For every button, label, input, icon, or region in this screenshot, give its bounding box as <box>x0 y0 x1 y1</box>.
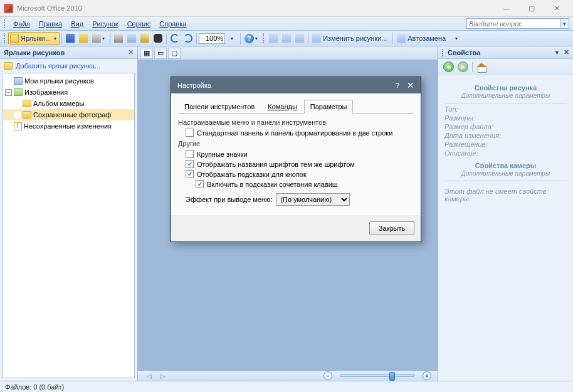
view-thumbnails-button[interactable]: ▦ <box>140 48 153 59</box>
toolbar-handle-2[interactable] <box>263 33 265 43</box>
edit-pictures-text: Изменить рисунки... <box>321 34 389 42</box>
section-picture-extra-link[interactable]: Дополнительные параметры <box>444 92 567 99</box>
tree-item-saved[interactable]: Сохраненные фотограф <box>3 109 134 120</box>
tree-expand-blank <box>14 112 21 119</box>
autoreplace-icon <box>397 34 406 43</box>
close-properties-button[interactable]: ✕ <box>564 48 569 56</box>
ask-question-input[interactable] <box>466 18 560 29</box>
props-handle[interactable] <box>442 49 444 56</box>
dialog-tabs: Панели инструментов Команды Параметры <box>178 99 414 114</box>
undo-button[interactable] <box>169 32 181 45</box>
tab-parameters[interactable]: Параметры <box>304 100 354 114</box>
menu-view[interactable]: Вид <box>66 19 88 29</box>
tree-item-my-labels[interactable]: Мои ярлыки рисунков <box>3 75 134 87</box>
help-button[interactable]: ?▾ <box>243 32 261 45</box>
nav-forward-button[interactable]: ► <box>458 61 468 72</box>
view-single-button[interactable]: ▢ <box>168 48 181 59</box>
tool-button-1[interactable] <box>267 32 280 45</box>
tree-item-images[interactable]: − Изображения <box>3 87 134 98</box>
separator <box>196 33 197 44</box>
menu-picture[interactable]: Рисунок <box>88 19 123 29</box>
status-text: Файлов: 0 (0 байт) <box>5 383 64 391</box>
tool-icon <box>269 34 278 43</box>
menu-file[interactable]: Файл <box>9 19 34 29</box>
prop-date: Дата изменения: <box>444 132 567 139</box>
divider <box>444 103 567 103</box>
checkbox-two-rows[interactable]: Стандартная панель и панель форматирован… <box>186 129 414 137</box>
separator <box>166 33 167 44</box>
properties-dropdown[interactable]: ▼ <box>554 50 560 56</box>
home-icon[interactable] <box>476 63 486 72</box>
zoom-out-button[interactable]: − <box>323 371 332 380</box>
chevron-down-icon: ▾ <box>454 36 459 41</box>
shortcuts-tree: Мои ярлыки рисунков − Изображения Альбом… <box>3 73 135 378</box>
cut-button[interactable] <box>112 32 125 45</box>
tool-button-3[interactable] <box>293 32 306 45</box>
print-icon <box>92 34 101 43</box>
view-filmstrip-button[interactable]: ▭ <box>154 48 167 59</box>
close-left-pane-button[interactable]: ✕ <box>128 48 134 56</box>
mail-button[interactable] <box>77 32 90 45</box>
paste-button[interactable] <box>139 32 151 45</box>
prop-desc: Описание: <box>444 149 567 157</box>
copy-button[interactable] <box>125 32 138 45</box>
close-button[interactable]: Закрыть <box>369 221 414 235</box>
toolbar-overflow[interactable]: ▾ <box>450 32 463 45</box>
close-window-button[interactable]: ✕ <box>544 2 569 14</box>
menu-edit[interactable]: Правка <box>34 19 66 29</box>
tool-button-2[interactable] <box>280 32 293 45</box>
labels-button[interactable]: Ярлыки... ▾ <box>8 32 60 45</box>
section-picture-title: Свойства рисунка <box>444 84 567 92</box>
menu-help[interactable]: Справка <box>155 19 191 29</box>
checkbox-shortcuts[interactable]: Включить в подсказки сочетания клавиш <box>196 180 414 188</box>
menu-service[interactable]: Сервис <box>123 19 155 29</box>
add-shortcut-link[interactable]: Добавить ярлык рисунка... <box>0 59 137 73</box>
dialog-help-button[interactable]: ? <box>396 82 399 89</box>
menu-effect-select[interactable]: (По умолчанию) <box>276 193 350 206</box>
tree-collapse-button[interactable]: − <box>5 89 12 96</box>
delete-button[interactable] <box>152 32 164 45</box>
my-labels-icon <box>14 77 23 85</box>
tab-toolbars[interactable]: Панели инструментов <box>178 100 261 114</box>
section-camera-extra-link[interactable]: Дополнительные параметры <box>444 170 567 177</box>
delete-icon <box>154 34 162 43</box>
print-button[interactable]: ▾ <box>90 32 108 45</box>
tab-commands[interactable]: Команды <box>261 100 303 114</box>
redo-button[interactable] <box>182 32 194 45</box>
tree-item-camera[interactable]: Альбом камеры <box>3 98 134 109</box>
app-icon <box>4 4 13 13</box>
prop-type: Тип: <box>444 105 567 113</box>
checkbox-font-names[interactable]: Отображать названия шрифтов тем же шрифт… <box>186 160 414 168</box>
tree-item-unsaved[interactable]: Несохраненные изменения <box>3 120 134 132</box>
menubar-handle[interactable] <box>4 19 6 28</box>
ask-question-dropdown[interactable]: ▾ <box>560 18 569 29</box>
zoom-in-button[interactable]: + <box>423 371 431 380</box>
menu-bar: Файл Правка Вид Рисунок Сервис Справка ▾ <box>0 17 573 31</box>
zoom-input[interactable] <box>199 33 225 44</box>
properties-body: Свойства рисунка Дополнительные параметр… <box>438 75 573 381</box>
save-icon <box>66 34 75 43</box>
zoom-slider-thumb[interactable] <box>389 372 395 381</box>
nav-back-button[interactable]: ◄ <box>443 61 454 72</box>
checkbox-large-icons[interactable]: Крупные значки <box>186 150 414 158</box>
separator <box>110 33 110 44</box>
help-icon: ? <box>244 34 254 43</box>
zoom-dropdown[interactable]: ▾ <box>226 32 238 45</box>
edit-pictures-button[interactable]: Изменить рисунки... <box>310 32 391 45</box>
dialog-close-button[interactable]: ✕ <box>407 80 414 90</box>
zoom-slider[interactable] <box>340 374 415 377</box>
section-camera-title: Свойства камеры <box>444 162 567 169</box>
minimize-button[interactable]: — <box>494 2 519 14</box>
next-arrow[interactable]: ▷ <box>158 373 168 379</box>
tool-icon <box>295 34 304 43</box>
maximize-button[interactable]: ▢ <box>519 2 544 14</box>
right-pane: Свойства ▼ ✕ ◄ ► Свойства рисунка Дополн… <box>438 46 573 381</box>
dialog-title: Настройка <box>177 82 396 89</box>
save-button[interactable] <box>64 32 76 45</box>
dialog-titlebar[interactable]: Настройка ? ✕ <box>171 77 421 93</box>
autoreplace-button[interactable]: Автозамена <box>395 32 449 45</box>
toolbar-handle-1[interactable] <box>4 33 6 43</box>
checkbox-tooltips[interactable]: Отображать подсказки для кнопок <box>186 170 414 178</box>
prev-arrow[interactable]: ◁ <box>144 373 154 379</box>
properties-header: Свойства ▼ ✕ <box>438 46 573 59</box>
